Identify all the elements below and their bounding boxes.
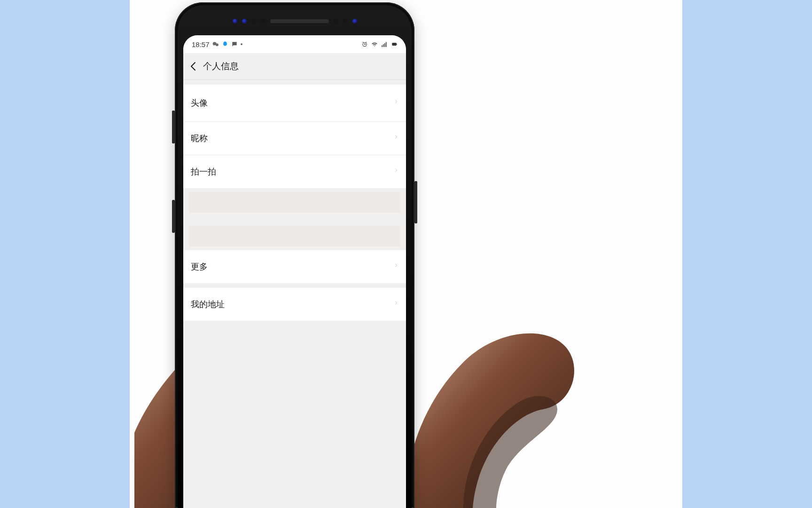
svg-rect-7 [397,44,397,45]
row-more[interactable]: 更多 [183,250,406,283]
row-pat[interactable]: 拍一拍 [183,155,406,188]
row-label: 头像 [191,97,208,109]
phone-screen: 18:57 [183,35,406,508]
right-margin [682,0,812,508]
back-icon[interactable] [188,61,199,72]
section-gap [183,216,406,222]
svg-point-0 [216,43,219,46]
chevron-right-icon [394,99,398,107]
row-label: 我的地址 [191,299,225,310]
left-margin [0,0,130,508]
page-title: 个人信息 [203,60,239,72]
row-label: 昵称 [191,133,208,144]
empty-area [183,321,406,508]
row-avatar[interactable]: 头像 [183,85,406,122]
profile-section-3: 我的地址 [183,288,406,321]
svg-rect-5 [386,42,387,47]
sensor-cluster [175,12,414,31]
volume-up-button [172,111,175,143]
center-panel: 18:57 [130,0,682,508]
svg-rect-2 [382,45,383,47]
stage: 18:57 [0,0,812,508]
qq-icon [222,41,228,48]
redacted-row [189,226,400,246]
signal-icon [381,41,388,48]
chevron-right-icon [394,135,398,142]
battery-icon [391,41,398,48]
power-button [414,181,417,223]
alarm-icon [361,41,368,48]
row-label: 拍一拍 [191,166,216,177]
chevron-right-icon [394,168,398,175]
svg-rect-4 [384,43,385,47]
row-nickname[interactable]: 昵称 [183,122,406,155]
nav-header: 个人信息 [183,53,406,80]
svg-rect-3 [383,44,384,47]
volume-down-button [172,200,175,233]
more-dot-icon [241,43,242,45]
phone-frame: 18:57 [175,2,414,508]
chat-bubble-icon [231,41,238,48]
wechat-icon [212,41,219,48]
svg-rect-6 [392,43,396,46]
status-bar: 18:57 [183,35,406,53]
redacted-row [189,192,400,213]
chevron-right-icon [394,263,398,270]
status-time: 18:57 [192,40,210,48]
row-label: 更多 [191,261,208,272]
chevron-right-icon [394,301,398,308]
wifi-icon [371,41,378,48]
profile-section-2: 更多 [183,250,406,283]
row-my-address[interactable]: 我的地址 [183,288,406,321]
profile-section-1: 头像 昵称 拍一拍 [183,85,406,188]
